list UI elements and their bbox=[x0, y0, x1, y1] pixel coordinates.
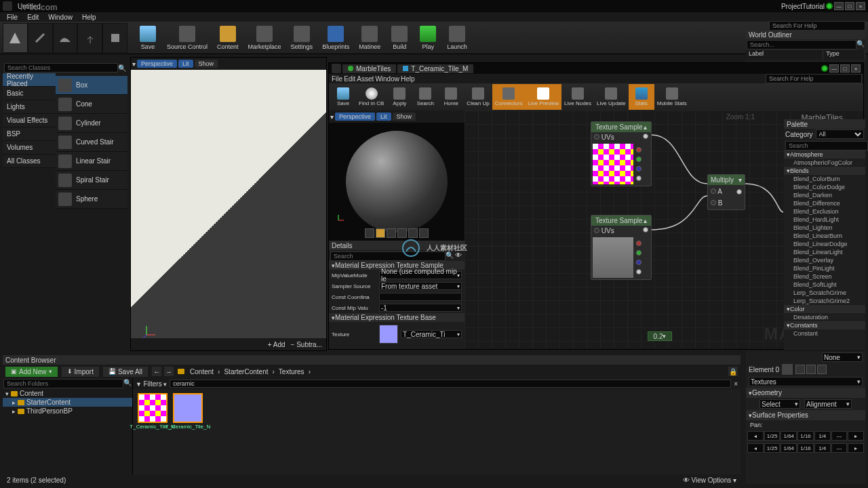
out-pin-r[interactable] bbox=[636, 147, 642, 152]
breadcrumb-item[interactable]: Content bbox=[189, 368, 215, 375]
palette-item[interactable]: Desaturation bbox=[784, 313, 865, 321]
blueprints-button[interactable]: Blueprints bbox=[318, 23, 353, 53]
menu-edit[interactable]: Edit bbox=[23, 14, 43, 21]
preview-plane-button[interactable] bbox=[387, 228, 396, 238]
pan-cell[interactable]: 1/64 bbox=[781, 431, 797, 441]
palette-item[interactable]: Blend_Overlay bbox=[784, 256, 865, 264]
mat-connectors-button[interactable]: Connectors bbox=[492, 84, 526, 110]
cat-all-classes[interactable]: All Classes bbox=[3, 155, 56, 168]
pan-cell[interactable]: 1/25 bbox=[764, 443, 781, 453]
shape-cone[interactable]: Cone bbox=[56, 95, 127, 114]
tree-item-bp[interactable]: ▸ ThirdPersonBP bbox=[3, 407, 132, 415]
content-button[interactable]: Content bbox=[213, 23, 243, 53]
mode-foliage-tab[interactable] bbox=[77, 23, 102, 53]
eye-icon[interactable]: 👁 bbox=[454, 251, 463, 260]
palette-item[interactable]: Blend_Difference bbox=[784, 199, 865, 207]
pan-arrow-left[interactable]: ◂ bbox=[747, 443, 764, 453]
clear-filter-button[interactable]: × bbox=[734, 380, 738, 388]
menu-help[interactable]: Help bbox=[78, 14, 100, 21]
preview-grid-button[interactable] bbox=[419, 228, 429, 238]
mat-maximize-button[interactable]: □ bbox=[840, 64, 850, 73]
play-button[interactable]: Play bbox=[414, 23, 441, 53]
node-texture-sample-2[interactable]: Texture Sample▴ UVs bbox=[591, 215, 652, 280]
mat-minimize-button[interactable]: — bbox=[829, 64, 839, 73]
palette-item[interactable]: Blend_ColorDodge bbox=[784, 183, 865, 191]
asset-filter-input[interactable] bbox=[170, 380, 731, 388]
mat-cleanup-button[interactable]: Clean Up bbox=[464, 84, 492, 110]
outliner-col-label[interactable]: Label bbox=[746, 50, 823, 60]
lit-button[interactable]: Lit bbox=[178, 60, 193, 68]
content-browser-tab[interactable]: Content Browser bbox=[5, 357, 56, 364]
out-pin-rgb[interactable] bbox=[643, 134, 648, 139]
preview-cylinder-button[interactable] bbox=[365, 228, 374, 238]
palette-item[interactable]: Blend_Exclusion bbox=[784, 207, 865, 216]
build-button[interactable]: Build bbox=[386, 23, 413, 53]
palette-section[interactable]: ▾Color bbox=[784, 305, 865, 313]
collapse-icon[interactable]: ▴ bbox=[644, 217, 647, 224]
save-all-button[interactable]: 💾 Save All bbox=[103, 367, 148, 377]
vp-add-button[interactable]: + Add bbox=[268, 341, 285, 348]
close-button[interactable]: × bbox=[856, 2, 865, 10]
category-dropdown[interactable]: All bbox=[816, 129, 864, 139]
collapse-icon[interactable]: ▴ bbox=[644, 123, 647, 131]
mat-livepreview-button[interactable]: Live Preview bbox=[526, 84, 561, 110]
outliner-col-type[interactable]: Type bbox=[823, 50, 865, 60]
maximize-button[interactable]: □ bbox=[845, 2, 854, 10]
preview-menu-icon[interactable]: ▾ bbox=[330, 113, 334, 121]
help-search-input[interactable]: Search For Help bbox=[769, 21, 865, 30]
asset-item[interactable]: T_Ceramic_Tile_N bbox=[172, 393, 203, 430]
tree-item-starter[interactable]: ▸ StarterContent bbox=[3, 398, 132, 407]
pan-cell[interactable]: --- bbox=[831, 443, 848, 453]
material-thumb[interactable] bbox=[782, 364, 793, 375]
world-outliner-tab[interactable]: World Outliner bbox=[749, 31, 792, 39]
breadcrumb-item[interactable]: Textures bbox=[277, 368, 306, 375]
mat-apply-button[interactable]: Apply bbox=[387, 84, 412, 110]
pan-cell[interactable]: 1/16 bbox=[797, 431, 814, 441]
node-texture-sample-1[interactable]: Texture Sample▴ UVs bbox=[591, 121, 652, 186]
palette-item[interactable]: Lerp_ScratchGrime2 bbox=[784, 297, 865, 305]
mat-menu-window[interactable]: Window bbox=[375, 75, 399, 83]
material-preview-viewport[interactable] bbox=[329, 123, 465, 241]
marketplace-button[interactable]: Marketplace bbox=[244, 23, 285, 53]
palette-item[interactable]: Blend_PinLight bbox=[784, 264, 865, 272]
mat-save-button[interactable]: Save bbox=[330, 84, 356, 110]
pan-arrow-left[interactable]: ◂ bbox=[747, 431, 764, 441]
shape-box[interactable]: Box bbox=[56, 76, 127, 95]
alignment-dropdown[interactable]: Alignment▾ bbox=[804, 399, 852, 409]
preview-cube-button[interactable] bbox=[397, 228, 407, 238]
node-multiply[interactable]: Multiply▾ A B bbox=[707, 174, 745, 210]
lock-button[interactable]: 🔒 bbox=[728, 367, 738, 376]
shape-cylinder[interactable]: Cylinder bbox=[56, 114, 127, 133]
tree-search-input[interactable] bbox=[3, 379, 123, 388]
palette-item[interactable]: Blend_ColorBurn bbox=[784, 175, 865, 183]
viewport-menu-icon[interactable]: ▾ bbox=[132, 60, 136, 68]
out-pin-g[interactable] bbox=[636, 157, 642, 162]
mat-tab-ceramic[interactable]: T_Ceramic_Tile_M bbox=[397, 64, 473, 73]
out-pin-b[interactable] bbox=[636, 166, 642, 171]
details-tab[interactable]: Details bbox=[332, 242, 353, 249]
pan-cell[interactable]: 1/4 bbox=[814, 431, 831, 441]
mode-geometry-tab[interactable] bbox=[102, 23, 127, 53]
mat-home-button[interactable]: Home bbox=[438, 84, 464, 110]
pan-cell[interactable]: 1/64 bbox=[781, 443, 797, 453]
out-pin-a[interactable] bbox=[636, 269, 642, 274]
pan-cell[interactable]: 1/4 bbox=[814, 443, 831, 453]
pan-cell[interactable]: 1/16 bbox=[797, 443, 814, 453]
node-constant[interactable]: 0.2 ▾ bbox=[648, 331, 672, 341]
out-pin-g[interactable] bbox=[636, 250, 642, 256]
preview-sphere-button[interactable] bbox=[376, 228, 385, 238]
palette-tab[interactable]: Palette bbox=[787, 121, 808, 128]
palette-item[interactable]: AtmosphericFogColor bbox=[784, 159, 865, 167]
in-pin[interactable] bbox=[594, 228, 599, 233]
nav-back-button[interactable]: ← bbox=[152, 367, 161, 376]
launch-button[interactable]: Launch bbox=[443, 23, 471, 53]
in-pin-a[interactable] bbox=[711, 188, 716, 194]
filters-button[interactable]: ▼ Filters ▾ bbox=[136, 380, 167, 388]
menu-window[interactable]: Window bbox=[44, 14, 77, 21]
palette-item[interactable]: Blend_LinearDodge bbox=[784, 240, 865, 248]
mat-menu-asset[interactable]: Asset bbox=[357, 75, 374, 83]
import-button[interactable]: ⬇ Import bbox=[62, 367, 99, 377]
nav-forward-button[interactable]: → bbox=[164, 367, 174, 376]
cat-recently-placed[interactable]: Recently Placed bbox=[3, 73, 56, 87]
mat-liveupdate-button[interactable]: Live Update bbox=[594, 84, 629, 110]
